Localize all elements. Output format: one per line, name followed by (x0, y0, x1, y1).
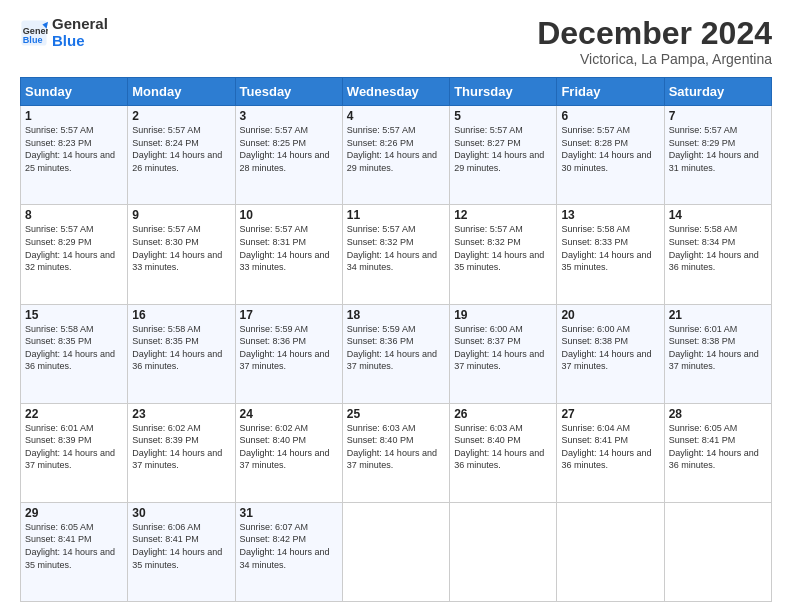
day-detail: Sunrise: 5:58 AMSunset: 8:34 PMDaylight:… (669, 223, 767, 273)
calendar-cell (450, 502, 557, 601)
day-detail: Sunrise: 6:05 AMSunset: 8:41 PMDaylight:… (669, 422, 767, 472)
day-detail: Sunrise: 6:00 AMSunset: 8:37 PMDaylight:… (454, 323, 552, 373)
logo-line2: Blue (52, 33, 108, 50)
day-number: 23 (132, 407, 230, 421)
calendar-cell: 23Sunrise: 6:02 AMSunset: 8:39 PMDayligh… (128, 403, 235, 502)
day-detail: Sunrise: 6:01 AMSunset: 8:39 PMDaylight:… (25, 422, 123, 472)
logo-line1: General (52, 16, 108, 33)
calendar-cell: 17Sunrise: 5:59 AMSunset: 8:36 PMDayligh… (235, 304, 342, 403)
calendar-cell: 22Sunrise: 6:01 AMSunset: 8:39 PMDayligh… (21, 403, 128, 502)
day-number: 1 (25, 109, 123, 123)
day-number: 10 (240, 208, 338, 222)
day-detail: Sunrise: 5:57 AMSunset: 8:28 PMDaylight:… (561, 124, 659, 174)
calendar-cell: 2Sunrise: 5:57 AMSunset: 8:24 PMDaylight… (128, 106, 235, 205)
header-wednesday: Wednesday (342, 78, 449, 106)
header-sunday: Sunday (21, 78, 128, 106)
day-detail: Sunrise: 5:57 AMSunset: 8:32 PMDaylight:… (347, 223, 445, 273)
header-friday: Friday (557, 78, 664, 106)
day-number: 15 (25, 308, 123, 322)
calendar-cell: 15Sunrise: 5:58 AMSunset: 8:35 PMDayligh… (21, 304, 128, 403)
day-detail: Sunrise: 5:57 AMSunset: 8:32 PMDaylight:… (454, 223, 552, 273)
day-detail: Sunrise: 5:57 AMSunset: 8:29 PMDaylight:… (669, 124, 767, 174)
day-number: 27 (561, 407, 659, 421)
day-number: 7 (669, 109, 767, 123)
calendar-cell (342, 502, 449, 601)
day-number: 22 (25, 407, 123, 421)
svg-text:Blue: Blue (23, 34, 43, 44)
calendar-table: Sunday Monday Tuesday Wednesday Thursday… (20, 77, 772, 602)
calendar-cell: 3Sunrise: 5:57 AMSunset: 8:25 PMDaylight… (235, 106, 342, 205)
calendar-cell: 14Sunrise: 5:58 AMSunset: 8:34 PMDayligh… (664, 205, 771, 304)
day-detail: Sunrise: 5:57 AMSunset: 8:27 PMDaylight:… (454, 124, 552, 174)
day-detail: Sunrise: 5:58 AMSunset: 8:35 PMDaylight:… (25, 323, 123, 373)
calendar-cell: 10Sunrise: 5:57 AMSunset: 8:31 PMDayligh… (235, 205, 342, 304)
day-detail: Sunrise: 6:03 AMSunset: 8:40 PMDaylight:… (347, 422, 445, 472)
calendar-cell: 8Sunrise: 5:57 AMSunset: 8:29 PMDaylight… (21, 205, 128, 304)
day-number: 13 (561, 208, 659, 222)
calendar-cell: 13Sunrise: 5:58 AMSunset: 8:33 PMDayligh… (557, 205, 664, 304)
day-number: 8 (25, 208, 123, 222)
day-number: 16 (132, 308, 230, 322)
calendar-cell: 20Sunrise: 6:00 AMSunset: 8:38 PMDayligh… (557, 304, 664, 403)
day-number: 9 (132, 208, 230, 222)
day-detail: Sunrise: 6:02 AMSunset: 8:40 PMDaylight:… (240, 422, 338, 472)
calendar-cell: 28Sunrise: 6:05 AMSunset: 8:41 PMDayligh… (664, 403, 771, 502)
day-number: 12 (454, 208, 552, 222)
title-block: December 2024 Victorica, La Pampa, Argen… (537, 16, 772, 67)
day-number: 26 (454, 407, 552, 421)
calendar-week-row: 22Sunrise: 6:01 AMSunset: 8:39 PMDayligh… (21, 403, 772, 502)
calendar-cell: 5Sunrise: 5:57 AMSunset: 8:27 PMDaylight… (450, 106, 557, 205)
month-title: December 2024 (537, 16, 772, 51)
day-detail: Sunrise: 5:57 AMSunset: 8:29 PMDaylight:… (25, 223, 123, 273)
day-detail: Sunrise: 5:57 AMSunset: 8:26 PMDaylight:… (347, 124, 445, 174)
calendar-cell: 7Sunrise: 5:57 AMSunset: 8:29 PMDaylight… (664, 106, 771, 205)
calendar-week-row: 1Sunrise: 5:57 AMSunset: 8:23 PMDaylight… (21, 106, 772, 205)
header-monday: Monday (128, 78, 235, 106)
calendar-cell: 29Sunrise: 6:05 AMSunset: 8:41 PMDayligh… (21, 502, 128, 601)
calendar-cell: 19Sunrise: 6:00 AMSunset: 8:37 PMDayligh… (450, 304, 557, 403)
calendar-cell: 12Sunrise: 5:57 AMSunset: 8:32 PMDayligh… (450, 205, 557, 304)
calendar-week-row: 15Sunrise: 5:58 AMSunset: 8:35 PMDayligh… (21, 304, 772, 403)
day-number: 2 (132, 109, 230, 123)
day-detail: Sunrise: 5:59 AMSunset: 8:36 PMDaylight:… (347, 323, 445, 373)
day-detail: Sunrise: 5:57 AMSunset: 8:23 PMDaylight:… (25, 124, 123, 174)
day-detail: Sunrise: 5:57 AMSunset: 8:24 PMDaylight:… (132, 124, 230, 174)
logo-icon: General Blue (20, 19, 48, 47)
day-detail: Sunrise: 6:02 AMSunset: 8:39 PMDaylight:… (132, 422, 230, 472)
day-number: 31 (240, 506, 338, 520)
calendar-cell: 4Sunrise: 5:57 AMSunset: 8:26 PMDaylight… (342, 106, 449, 205)
day-detail: Sunrise: 6:01 AMSunset: 8:38 PMDaylight:… (669, 323, 767, 373)
day-number: 29 (25, 506, 123, 520)
day-detail: Sunrise: 5:57 AMSunset: 8:31 PMDaylight:… (240, 223, 338, 273)
calendar-week-row: 8Sunrise: 5:57 AMSunset: 8:29 PMDaylight… (21, 205, 772, 304)
day-number: 30 (132, 506, 230, 520)
day-detail: Sunrise: 6:05 AMSunset: 8:41 PMDaylight:… (25, 521, 123, 571)
day-number: 19 (454, 308, 552, 322)
day-detail: Sunrise: 5:58 AMSunset: 8:35 PMDaylight:… (132, 323, 230, 373)
calendar-cell: 26Sunrise: 6:03 AMSunset: 8:40 PMDayligh… (450, 403, 557, 502)
day-number: 25 (347, 407, 445, 421)
day-detail: Sunrise: 6:06 AMSunset: 8:41 PMDaylight:… (132, 521, 230, 571)
day-detail: Sunrise: 5:59 AMSunset: 8:36 PMDaylight:… (240, 323, 338, 373)
calendar-cell: 18Sunrise: 5:59 AMSunset: 8:36 PMDayligh… (342, 304, 449, 403)
calendar-cell: 9Sunrise: 5:57 AMSunset: 8:30 PMDaylight… (128, 205, 235, 304)
calendar-cell: 21Sunrise: 6:01 AMSunset: 8:38 PMDayligh… (664, 304, 771, 403)
header-tuesday: Tuesday (235, 78, 342, 106)
calendar-cell: 11Sunrise: 5:57 AMSunset: 8:32 PMDayligh… (342, 205, 449, 304)
day-number: 5 (454, 109, 552, 123)
calendar-cell (557, 502, 664, 601)
header-thursday: Thursday (450, 78, 557, 106)
day-number: 11 (347, 208, 445, 222)
day-detail: Sunrise: 6:03 AMSunset: 8:40 PMDaylight:… (454, 422, 552, 472)
calendar-cell: 1Sunrise: 5:57 AMSunset: 8:23 PMDaylight… (21, 106, 128, 205)
header: General Blue General Blue December 2024 … (20, 16, 772, 67)
calendar-cell: 6Sunrise: 5:57 AMSunset: 8:28 PMDaylight… (557, 106, 664, 205)
calendar-cell: 16Sunrise: 5:58 AMSunset: 8:35 PMDayligh… (128, 304, 235, 403)
calendar-cell: 31Sunrise: 6:07 AMSunset: 8:42 PMDayligh… (235, 502, 342, 601)
calendar-cell: 27Sunrise: 6:04 AMSunset: 8:41 PMDayligh… (557, 403, 664, 502)
calendar-cell: 30Sunrise: 6:06 AMSunset: 8:41 PMDayligh… (128, 502, 235, 601)
day-detail: Sunrise: 5:57 AMSunset: 8:30 PMDaylight:… (132, 223, 230, 273)
calendar-week-row: 29Sunrise: 6:05 AMSunset: 8:41 PMDayligh… (21, 502, 772, 601)
page: General Blue General Blue December 2024 … (0, 0, 792, 612)
day-number: 4 (347, 109, 445, 123)
